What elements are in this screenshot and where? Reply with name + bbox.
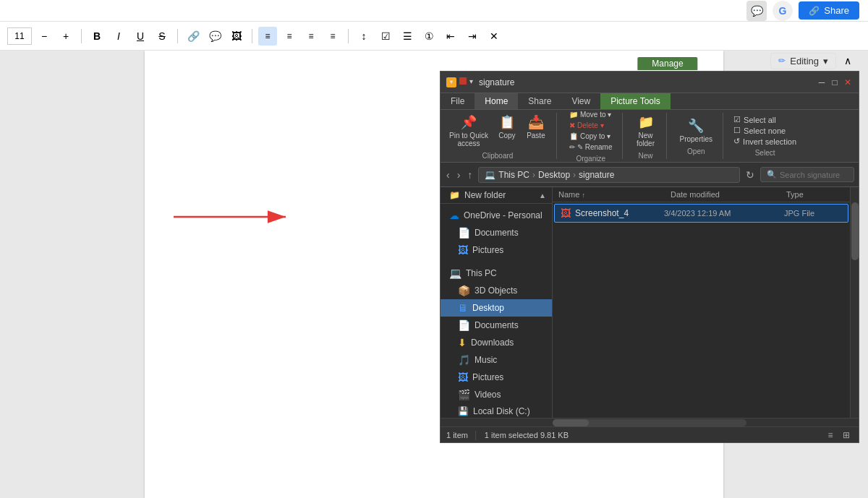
properties-button[interactable]: 🔧 Properties [677, 116, 716, 145]
align-left-button[interactable]: ≡ [258, 27, 277, 46]
sidebar-item-this-pc[interactable]: 💻 This PC [441, 265, 552, 282]
paste-button[interactable]: 📥 Paste [523, 113, 549, 149]
minimize-button[interactable]: ─ [817, 77, 827, 87]
sidebar-item-downloads[interactable]: ⬇ Downloads [441, 334, 552, 351]
up-button[interactable]: ↑ [466, 168, 474, 182]
collapse-toolbar-button[interactable]: ∧ [839, 52, 856, 69]
sidebar-item-documents-onedrive[interactable]: 📄 Documents [441, 224, 552, 241]
sidebar-item-videos[interactable]: 🎬 Videos [441, 386, 552, 403]
decrease-indent-button[interactable]: ⇤ [441, 27, 460, 46]
editing-button[interactable]: ✏ Editing ▾ [770, 53, 836, 69]
google-account-icon[interactable]: G [773, 1, 793, 21]
underline-button[interactable]: U [131, 27, 150, 46]
invert-selection-label: Invert selection [743, 137, 796, 146]
invert-selection-button[interactable]: ↺ Invert selection [733, 137, 796, 146]
horizontal-scrollbar[interactable] [441, 418, 859, 426]
path-this-pc: This PC [498, 170, 529, 180]
sidebar-item-documents-pc[interactable]: 📄 Documents [441, 317, 552, 334]
sidebar-downloads-label: Downloads [471, 338, 514, 348]
sidebar-item-3d-objects[interactable]: 📦 3D Objects [441, 282, 552, 299]
pin-label: Pin to Quickaccess [449, 132, 488, 147]
bold-button[interactable]: B [88, 27, 106, 46]
sidebar-new-folder: 📁 New folder ▲ [441, 187, 552, 204]
image-button[interactable]: 🖼 [227, 27, 246, 46]
file-item-screenshot[interactable]: 🖼 Screenshot_4 3/4/2023 12:19 AM JPG Fil… [554, 204, 848, 223]
column-name[interactable]: Name ↑ [558, 190, 671, 199]
back-button[interactable]: ‹ [445, 168, 451, 182]
align-center-button[interactable]: ≡ [280, 27, 299, 46]
horizontal-scrollbar-thumb[interactable] [553, 419, 589, 426]
copy-button[interactable]: 📋 Copy [494, 113, 520, 149]
bullet-list-button[interactable]: ☰ [398, 27, 417, 46]
new-folder-sidebar-icon: 📁 [449, 190, 460, 200]
search-input[interactable] [780, 171, 848, 179]
new-folder-button[interactable]: 📁 Newfolder [633, 113, 659, 149]
share-label: Share [824, 5, 849, 16]
close-button[interactable]: ✕ [843, 77, 853, 87]
clear-format-button[interactable]: ✕ [485, 27, 503, 46]
ribbon-tab-share[interactable]: Share [518, 93, 561, 109]
copy-to-label: Copy to ▾ [580, 132, 610, 140]
sidebar-item-music[interactable]: 🎵 Music [441, 351, 552, 369]
refresh-button[interactable]: ↻ [744, 168, 756, 182]
scrollbar-spacer [851, 187, 859, 202]
3d-objects-icon: 📦 [458, 285, 470, 296]
ribbon-group-new: 📁 Newfolder New [633, 113, 667, 159]
paste-icon: 📥 [528, 114, 544, 130]
title-arrow: ▾ [469, 77, 473, 87]
scrollbar-thumb[interactable] [851, 202, 859, 260]
numbered-list-button[interactable]: ① [420, 27, 438, 46]
copy-icon: 📋 [499, 114, 515, 130]
copy-to-button[interactable]: 📋 Copy to ▾ [567, 132, 615, 141]
link-button[interactable]: 🔗 [184, 27, 203, 46]
chat-icon[interactable]: 💬 [746, 1, 767, 21]
file-name-label: Screenshot_4 [575, 208, 660, 218]
checklist-button[interactable]: ☑ [376, 27, 395, 46]
sidebar-item-pictures-pc[interactable]: 🖼 Pictures [441, 369, 552, 386]
line-spacing-button[interactable]: ↕ [354, 27, 373, 46]
strikethrough-button[interactable]: S [153, 27, 171, 46]
delete-label: Delete ▾ [577, 121, 604, 129]
sidebar-item-onedrive[interactable]: ☁ OneDrive - Personal [441, 207, 552, 224]
sidebar-item-pictures-onedrive[interactable]: 🖼 Pictures [441, 241, 552, 259]
ribbon-tab-home[interactable]: Home [475, 93, 518, 109]
forward-button[interactable]: › [456, 168, 462, 182]
select-all-button[interactable]: ☑ Select all [733, 115, 796, 124]
address-path[interactable]: 💻 This PC › Desktop › signature [478, 167, 740, 183]
rename-icon: ✏ [569, 143, 575, 151]
select-none-button[interactable]: ☐ Select none [733, 126, 796, 135]
copy-to-icon: 📋 [569, 132, 578, 140]
move-to-button[interactable]: 📁 Move to ▾ [567, 110, 615, 119]
manage-tab[interactable]: Manage [637, 57, 697, 70]
font-size-decrease[interactable]: − [35, 27, 54, 46]
column-date[interactable]: Date modified [671, 190, 786, 199]
increase-indent-button[interactable]: ⇥ [463, 27, 482, 46]
local-disk-icon: 💾 [458, 406, 469, 416]
share-button[interactable]: 🔗 Share [799, 1, 859, 20]
comment-button[interactable]: 💬 [205, 27, 224, 46]
maximize-button[interactable]: □ [830, 77, 840, 87]
pin-button[interactable]: 📌 Pin to Quickaccess [446, 113, 491, 149]
clipboard-label: Clipboard [482, 152, 514, 160]
explorer-ribbon: File Home Share View Picture Tools 📌 Pin… [441, 93, 859, 163]
docs-menu-bar: ✏ Editing ▾ ∧ [770, 51, 868, 71]
details-view-button[interactable]: ≡ [824, 429, 837, 442]
new-label: New [638, 152, 652, 160]
ribbon-tab-file[interactable]: File [441, 93, 475, 109]
sidebar-item-desktop[interactable]: 🖥 Desktop [441, 299, 552, 317]
ribbon-tab-picture-tools[interactable]: Picture Tools [600, 93, 670, 109]
ribbon-tab-view[interactable]: View [561, 93, 600, 109]
delete-button[interactable]: ✖ Delete ▾ [567, 121, 615, 130]
column-type[interactable]: Type [786, 190, 844, 199]
italic-button[interactable]: I [109, 27, 128, 46]
large-icons-view-button[interactable]: ⊞ [840, 429, 853, 442]
vertical-scrollbar[interactable] [850, 187, 859, 418]
align-justify-button[interactable]: ≡ [323, 27, 342, 46]
clipboard-buttons: 📌 Pin to Quickaccess 📋 Copy 📥 Paste [446, 113, 549, 149]
align-right-button[interactable]: ≡ [302, 27, 320, 46]
font-size-input[interactable] [7, 27, 32, 45]
rename-button[interactable]: ✏ ✎ Rename [567, 142, 615, 152]
separator-3 [252, 29, 252, 43]
font-size-increase[interactable]: + [56, 27, 75, 46]
sidebar-item-local-disk[interactable]: 💾 Local Disk (C:) [441, 403, 552, 418]
